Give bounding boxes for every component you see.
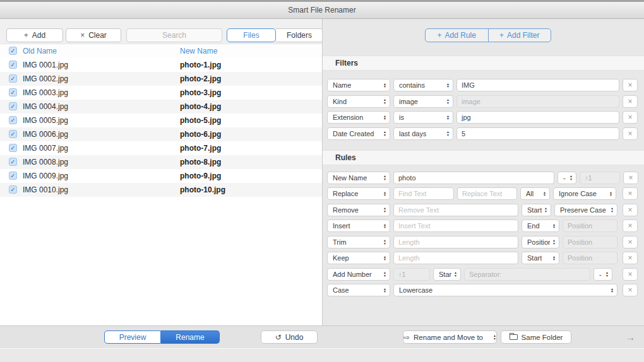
- file-checkbox[interactable]: ✓: [9, 61, 17, 69]
- undo-button[interactable]: ↺ Undo: [261, 330, 318, 344]
- table-row[interactable]: ✓IMG 0003.jpgphoto-3.jpg: [0, 86, 322, 100]
- file-new-name: photo-9.jpg: [180, 169, 221, 183]
- rule-option-select[interactable]: Lowercase▲▼: [393, 284, 617, 296]
- filter-operator-select[interactable]: image▲▼: [393, 95, 453, 108]
- add-rule-button[interactable]: + Add Rule: [426, 29, 488, 42]
- old-name-column-header[interactable]: Old Name: [23, 44, 57, 58]
- rule-value-input: [580, 172, 620, 184]
- filter-attribute-select[interactable]: Kind▲▼: [327, 95, 390, 108]
- remove-row-button[interactable]: ×: [623, 284, 638, 296]
- filter-operator-select[interactable]: contains▲▼: [393, 79, 453, 91]
- rule-value-input[interactable]: [457, 187, 517, 200]
- rule-type-select[interactable]: Case▲▼: [327, 284, 390, 296]
- same-folder-button[interactable]: Same Folder: [501, 330, 571, 344]
- filter-value-input[interactable]: [456, 111, 619, 124]
- filter-attribute-select[interactable]: Name▲▼: [327, 79, 390, 91]
- file-checkbox[interactable]: ✓: [9, 88, 17, 96]
- table-row[interactable]: ✓IMG 0005.jpgphoto-5.jpg: [0, 114, 322, 127]
- stepper-icon: ▲▼: [381, 191, 386, 197]
- table-row[interactable]: ✓IMG 0006.jpgphoto-6.jpg: [0, 127, 322, 141]
- add-filter-button[interactable]: + Add Filter: [488, 29, 551, 42]
- rule-type-select[interactable]: New Name▲▼: [327, 172, 390, 184]
- remove-row-button[interactable]: ×: [623, 79, 638, 91]
- remove-row-button[interactable]: ×: [623, 95, 638, 108]
- file-old-name: IMG 0001.jpg: [23, 58, 68, 72]
- select-all-checkbox[interactable]: ✓: [9, 47, 17, 55]
- table-row[interactable]: ✓IMG 0001.jpgphoto-1.jpg: [0, 58, 322, 72]
- rule-value-input[interactable]: [393, 252, 518, 264]
- rule-option-select[interactable]: Ignore Case▲▼: [553, 187, 616, 200]
- rule-option-select[interactable]: Position▲▼: [522, 236, 559, 248]
- table-row[interactable]: ✓IMG 0008.jpgphoto-8.jpg: [0, 155, 322, 169]
- rule-value-input[interactable]: [393, 187, 454, 200]
- remove-row-button[interactable]: ×: [623, 268, 638, 281]
- file-old-name: IMG 0004.jpg: [23, 100, 68, 114]
- right-toolbar: + Add Rule + Add Filter: [323, 19, 644, 44]
- rename-and-move-to-select[interactable]: ⇨ Rename and Move to ▲▼: [403, 330, 497, 344]
- rule-value-input[interactable]: [393, 204, 518, 216]
- table-row[interactable]: ✓IMG 0002.jpgphoto-2.jpg: [0, 72, 322, 86]
- rule-option-select[interactable]: End▲▼: [522, 219, 559, 232]
- rename-button[interactable]: Rename: [161, 330, 220, 344]
- rule-type-select[interactable]: Replace▲▼: [327, 187, 390, 200]
- stepper-icon: ▲▼: [444, 83, 450, 88]
- filter-attribute-select[interactable]: Date Created▲▼: [327, 127, 390, 140]
- file-checkbox[interactable]: ✓: [9, 130, 17, 138]
- file-new-name: photo-8.jpg: [180, 155, 221, 169]
- remove-row-button[interactable]: ×: [623, 219, 638, 232]
- rule-type-select[interactable]: Trim▲▼: [327, 236, 390, 248]
- file-checkbox[interactable]: ✓: [9, 102, 17, 110]
- filter-value-input[interactable]: [456, 127, 619, 140]
- file-checkbox[interactable]: ✓: [9, 158, 17, 166]
- table-row[interactable]: ✓IMG 0009.jpgphoto-9.jpg: [0, 169, 322, 183]
- filter-operator-select[interactable]: last days▲▼: [393, 127, 453, 140]
- table-row[interactable]: ✓IMG 0004.jpgphoto-4.jpg: [0, 100, 322, 114]
- folders-tab[interactable]: Folders: [276, 28, 323, 42]
- filter-value-input: [456, 95, 619, 108]
- file-checkbox[interactable]: ✓: [9, 172, 17, 180]
- rule-value-input[interactable]: [393, 236, 518, 248]
- table-row[interactable]: ✓IMG 0010.jpgphoto-10.jpg: [0, 183, 322, 197]
- remove-row-button[interactable]: ×: [623, 204, 638, 216]
- remove-row-button[interactable]: ×: [623, 187, 638, 200]
- add-files-button[interactable]: + Add: [6, 28, 63, 42]
- file-checkbox[interactable]: ✓: [9, 74, 17, 83]
- new-name-column-header[interactable]: New Name: [180, 44, 217, 58]
- rule-type-select[interactable]: Add Number▲▼: [327, 268, 390, 281]
- file-checkbox[interactable]: ✓: [9, 185, 17, 194]
- filter-rows: Name▲▼contains▲▼×Kind▲▼image▲▼×Extension…: [323, 71, 644, 140]
- remove-row-button[interactable]: ×: [623, 127, 638, 140]
- remove-row-button[interactable]: ×: [623, 172, 638, 184]
- file-old-name: IMG 0002.jpg: [23, 72, 68, 86]
- forward-arrow-icon[interactable]: →: [626, 332, 635, 343]
- rule-type-select[interactable]: Remove▲▼: [327, 204, 390, 216]
- preview-button[interactable]: Preview: [104, 330, 161, 344]
- stepper-icon: ▲▼: [550, 239, 556, 245]
- rule-option-select[interactable]: Preserve Case▲▼: [554, 204, 617, 216]
- rule-option-select[interactable]: All▲▼: [520, 187, 550, 200]
- stepper-icon: ▲▼: [444, 131, 450, 136]
- clear-files-button[interactable]: × Clear: [66, 28, 121, 42]
- rule-option-select[interactable]: Start▲▼: [433, 268, 461, 281]
- plus-icon: +: [499, 31, 504, 40]
- rule-type-select[interactable]: Keep▲▼: [327, 252, 390, 264]
- remove-row-button[interactable]: ×: [623, 111, 638, 124]
- filter-attribute-select[interactable]: Extension▲▼: [327, 111, 390, 124]
- search-input[interactable]: [126, 28, 222, 42]
- file-new-name: photo-4.jpg: [180, 100, 221, 114]
- remove-row-button[interactable]: ×: [623, 252, 638, 264]
- filter-value-input[interactable]: [456, 79, 619, 91]
- file-checkbox[interactable]: ✓: [9, 116, 17, 124]
- rule-option-select[interactable]: -▲▼: [593, 268, 612, 281]
- remove-row-button[interactable]: ×: [623, 236, 638, 248]
- filter-operator-select[interactable]: is▲▼: [393, 111, 453, 124]
- rule-option-select[interactable]: Start▲▼: [522, 252, 559, 264]
- file-checkbox[interactable]: ✓: [9, 144, 17, 152]
- table-row[interactable]: ✓IMG 0007.jpgphoto-7.jpg: [0, 141, 322, 155]
- rule-option-select[interactable]: -▲▼: [558, 172, 576, 184]
- rule-value-input[interactable]: [393, 219, 518, 232]
- rule-option-select[interactable]: Start▲▼: [522, 204, 551, 216]
- files-tab[interactable]: Files: [227, 28, 276, 42]
- rule-type-select[interactable]: Insert▲▼: [327, 219, 390, 232]
- rule-value-input[interactable]: [393, 172, 554, 184]
